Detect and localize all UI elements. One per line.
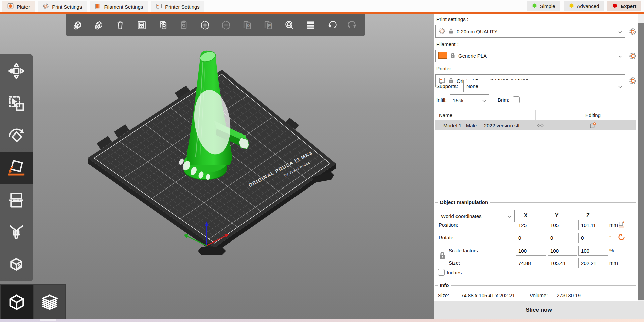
axis-header-z: Z — [573, 213, 603, 219]
tab-label: Printer Settings — [165, 4, 200, 10]
print-settings-label: Print settings : — [436, 16, 468, 22]
chevron-down-icon — [482, 98, 486, 103]
scale-z-input[interactable] — [578, 246, 608, 256]
remove-instance-icon — [220, 19, 232, 31]
redo-button[interactable] — [345, 17, 361, 33]
search-button[interactable] — [282, 17, 297, 33]
place-on-face-tool-button[interactable] — [0, 152, 33, 184]
print-settings-gear-button[interactable] — [628, 27, 637, 36]
infill-combo[interactable]: 15% — [450, 94, 489, 106]
rotate-z-input[interactable] — [578, 233, 608, 243]
split-to-parts-button[interactable]: P — [261, 17, 276, 33]
taskbar-pill — [40, 319, 56, 321]
scale-icon — [7, 94, 26, 113]
mode-expert-button[interactable]: Expert — [607, 1, 641, 11]
infill-value: 15% — [453, 98, 463, 103]
cut-tool-button[interactable] — [0, 184, 33, 216]
edit-object-button[interactable] — [549, 122, 636, 129]
arrange-button[interactable] — [134, 17, 149, 33]
remove-instance-button[interactable] — [218, 17, 234, 33]
mode-label: Advanced — [577, 3, 599, 9]
scale-x-input[interactable] — [516, 246, 546, 256]
seam-tool-button[interactable] — [0, 248, 33, 280]
3d-scene: ORIGINAL PRUSA i3 MK3 by Josef Prusa — [0, 14, 434, 319]
printer-icon — [155, 3, 162, 11]
bed-foot-front — [198, 247, 226, 255]
split-to-objects-button[interactable]: 0 — [239, 17, 255, 33]
scale-y-input[interactable] — [548, 246, 577, 256]
rotate-tool-button[interactable] — [0, 119, 33, 152]
printer-gear-button[interactable] — [628, 76, 637, 85]
info-size-label: Size: — [438, 292, 449, 298]
move-icon — [7, 61, 26, 81]
undo-button[interactable] — [324, 17, 339, 33]
position-z-input[interactable] — [578, 220, 608, 230]
supports-combo[interactable]: None — [463, 80, 625, 92]
tab-print-settings[interactable]: Print Settings — [38, 1, 87, 12]
tab-plater[interactable]: Plater — [2, 1, 35, 12]
add-instance-button[interactable] — [197, 17, 213, 33]
position-x-input[interactable] — [516, 220, 546, 230]
variable-layer-height-icon — [305, 19, 316, 31]
filament-combo[interactable]: Generic PLA — [435, 50, 625, 62]
axis-header-x: X — [511, 213, 541, 219]
3d-editor-view-button[interactable] — [1, 285, 33, 319]
uniform-scale-lock-button[interactable] — [439, 251, 446, 261]
tab-label: Filament Settings — [104, 4, 143, 10]
delete-button[interactable] — [92, 17, 107, 33]
redo-icon — [347, 19, 359, 31]
brim-checkbox[interactable] — [513, 96, 520, 103]
filament-gear-button[interactable] — [628, 52, 637, 60]
tab-bar: Plater Print Settings Filament Settings … — [0, 0, 644, 12]
position-y-input[interactable] — [548, 220, 577, 230]
tab-label: Print Settings — [52, 4, 82, 10]
3d-viewport[interactable]: ORIGINAL PRUSA i3 MK3 by Josef Prusa — [0, 14, 434, 319]
reset-rotation-button[interactable] — [618, 233, 625, 242]
copy-button[interactable] — [155, 17, 170, 33]
eye-icon — [537, 123, 544, 128]
move-tool-button[interactable] — [0, 55, 33, 87]
mode-simple-button[interactable]: Simple — [527, 1, 560, 11]
mode-advanced-button[interactable]: Advanced — [564, 1, 604, 11]
object-list-row[interactable]: Model 1 - Male -...2022 version.stl — [435, 120, 636, 130]
delete-icon — [94, 19, 105, 31]
scrollbar-thumb[interactable] — [638, 23, 644, 300]
scale-tool-button[interactable] — [0, 87, 33, 119]
place-on-face-icon — [7, 158, 26, 177]
gear-icon — [438, 27, 446, 36]
variable-layer-height-button[interactable] — [303, 17, 318, 33]
toggle-visibility-button[interactable] — [531, 123, 549, 128]
chevron-down-icon — [618, 29, 622, 34]
tab-printer-settings[interactable]: Printer Settings — [151, 1, 204, 12]
mode-switcher: Simple Advanced Expert — [527, 0, 641, 12]
paint-on-supports-tool-button[interactable] — [0, 216, 33, 248]
size-x-input[interactable] — [516, 258, 546, 268]
filament-spool-icon — [94, 3, 101, 11]
rotate-x-input[interactable] — [516, 233, 546, 243]
preview-view-button[interactable] — [34, 285, 66, 319]
add-instance-icon — [199, 19, 211, 31]
size-z-input[interactable] — [578, 258, 608, 268]
top-toolbar: 0 P — [66, 14, 365, 36]
object-list: Name Editing Model 1 - Male -...2022 ver… — [435, 110, 636, 197]
object-manipulation-panel: Object manipulation World coordinates X … — [435, 202, 636, 282]
drop-to-bed-button[interactable] — [618, 221, 625, 229]
paste-icon — [178, 19, 190, 31]
taskbar-strip — [0, 319, 644, 322]
inches-checkbox[interactable] — [438, 269, 445, 276]
rotate-y-input[interactable] — [548, 233, 577, 243]
add-button[interactable] — [70, 17, 86, 33]
view-switch — [0, 284, 66, 319]
slice-now-button[interactable]: Slice now — [434, 301, 644, 319]
delete-all-button[interactable] — [113, 17, 128, 33]
scale-label: Scale factors: — [449, 248, 479, 253]
scale-row: Scale factors: % — [435, 246, 636, 256]
info-volume-label: Volume: — [530, 292, 548, 298]
size-y-input[interactable] — [548, 258, 577, 268]
paste-button[interactable] — [176, 17, 192, 33]
tab-filament-settings[interactable]: Filament Settings — [90, 1, 148, 12]
chevron-down-icon — [618, 83, 622, 89]
print-settings-combo[interactable]: 0.20mm QUALITY — [435, 25, 625, 38]
print-settings-value: 0.20mm QUALITY — [457, 29, 498, 34]
rotate-unit: ° — [609, 235, 611, 240]
